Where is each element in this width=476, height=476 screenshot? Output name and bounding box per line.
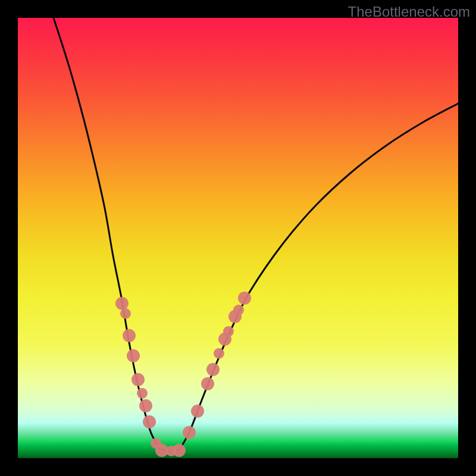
data-dot [214, 348, 224, 359]
chart-frame [18, 18, 458, 458]
data-dot [183, 426, 196, 439]
data-dot [127, 349, 140, 362]
data-dot [201, 377, 214, 390]
data-dot [137, 388, 148, 399]
curve-left [54, 18, 161, 450]
data-dot [120, 308, 131, 319]
data-dot [191, 405, 204, 418]
data-dot [223, 326, 234, 337]
data-dot [206, 363, 220, 376]
chart-svg [18, 18, 458, 458]
curve-right [180, 104, 458, 450]
image-root: TheBottleneck.com [0, 0, 476, 476]
data-dot [238, 292, 251, 305]
data-dot [115, 297, 129, 310]
data-dot [173, 444, 186, 457]
data-dot [123, 329, 136, 342]
data-dot [233, 305, 244, 315]
watermark-text: TheBottleneck.com [348, 4, 470, 20]
data-dot [143, 415, 156, 428]
data-dot [131, 373, 145, 386]
data-dot [139, 399, 152, 412]
